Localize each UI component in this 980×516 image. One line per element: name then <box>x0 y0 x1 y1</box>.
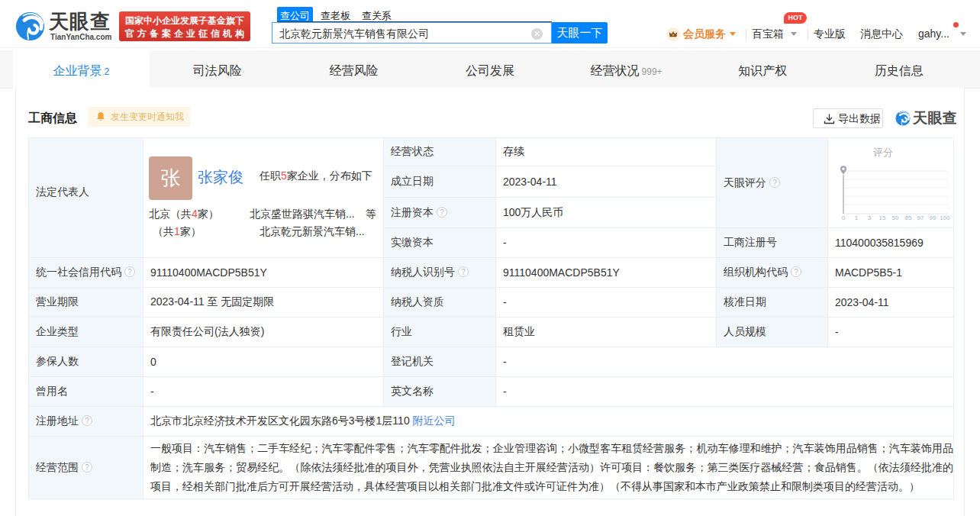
svg-text:50: 50 <box>892 214 899 221</box>
svg-text:15: 15 <box>879 214 886 221</box>
svg-text:99: 99 <box>930 214 936 221</box>
svg-text:评分: 评分 <box>872 147 893 158</box>
svg-text:100: 100 <box>940 214 950 221</box>
svg-text:3: 3 <box>868 214 872 221</box>
svg-text:85: 85 <box>905 214 912 221</box>
svg-text:0: 0 <box>842 214 846 221</box>
svg-text:1: 1 <box>855 214 859 221</box>
svg-text:97: 97 <box>917 214 924 221</box>
